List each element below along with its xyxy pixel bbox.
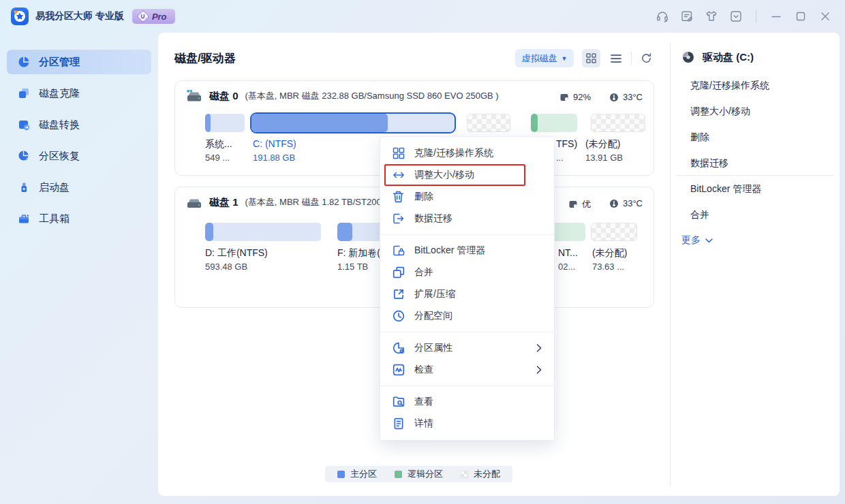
partition-label: TFS) bbox=[556, 138, 577, 149]
partition-bar-system[interactable] bbox=[205, 114, 245, 132]
disk0-temp-badge: 33°C bbox=[609, 92, 643, 102]
legend-label: 主分区 bbox=[350, 468, 377, 480]
close-button[interactable] bbox=[818, 9, 833, 24]
theme-shirt-icon[interactable] bbox=[704, 9, 719, 24]
partition-recover-icon bbox=[18, 150, 30, 162]
menu-item-details[interactable]: 详情 bbox=[380, 413, 554, 435]
partition-bar-c[interactable] bbox=[251, 114, 455, 132]
panel-item-label: 删除 bbox=[690, 131, 709, 144]
menu-item-bitlocker[interactable]: BitLocker 管理器 bbox=[380, 240, 554, 262]
partition-bar-unallocated[interactable] bbox=[591, 223, 637, 241]
sidebar-item-disk-clone[interactable]: 磁盘克隆 bbox=[7, 81, 151, 106]
menu-separator bbox=[380, 332, 554, 332]
drive-c-icon bbox=[681, 50, 695, 64]
data-migrate-icon bbox=[393, 212, 405, 225]
menu-item-label: 删除 bbox=[414, 191, 433, 203]
panel-item-resize-move[interactable]: 调整大小/移动 bbox=[681, 104, 750, 120]
extend-shrink-icon bbox=[393, 288, 405, 300]
titlebar-actions bbox=[655, 9, 845, 24]
ssd-health-icon bbox=[559, 93, 569, 102]
legend-label: 未分配 bbox=[474, 468, 500, 480]
sidebar-item-toolbox[interactable]: 工具箱 bbox=[7, 206, 151, 231]
sidebar-item-partition-recover[interactable]: 分区恢复 bbox=[7, 144, 151, 168]
sidebar-item-label: 分区恢复 bbox=[39, 150, 80, 163]
app-window: { "titlebar": { "app_title": "易我分区大师 专业版… bbox=[0, 0, 845, 504]
panel-item-label: 合并 bbox=[690, 209, 709, 221]
virtual-disk-dropdown-label: 虚拟磁盘 bbox=[522, 52, 557, 65]
sidebar-item-partition-manage[interactable]: 分区管理 bbox=[7, 50, 151, 74]
view-icon bbox=[393, 396, 405, 408]
panel-separator bbox=[676, 175, 834, 176]
right-panel-title: 驱动盘 (C:) bbox=[681, 50, 754, 64]
temperature-icon bbox=[609, 93, 619, 102]
bitlocker-icon bbox=[393, 245, 405, 257]
menu-item-merge[interactable]: 合并 bbox=[380, 262, 554, 283]
right-panel-divider bbox=[670, 42, 671, 486]
page-title: 磁盘/驱动器 bbox=[174, 50, 236, 66]
panel-item-merge[interactable]: 合并 bbox=[681, 207, 709, 223]
disk-drive-icon bbox=[186, 195, 202, 209]
partition-label: NT... bbox=[558, 247, 578, 258]
partition-bar-unallocated-2[interactable] bbox=[591, 114, 645, 132]
disk-info: (基本盘, MBR 磁盘 1.82 TB/ST2000D bbox=[245, 196, 393, 208]
minimize-button[interactable] bbox=[769, 9, 784, 24]
more-menu-icon[interactable] bbox=[728, 9, 743, 24]
legend-label: 逻辑分区 bbox=[408, 468, 443, 480]
panel-item-bitlocker[interactable]: BitLocker 管理器 bbox=[681, 181, 761, 198]
maximize-button[interactable] bbox=[793, 9, 808, 24]
more-link[interactable]: 更多 bbox=[681, 234, 713, 247]
allocate-space-icon bbox=[393, 310, 405, 322]
menu-item-label: BitLocker 管理器 bbox=[414, 245, 485, 257]
ssd-health-icon bbox=[568, 200, 578, 209]
sidebar-item-boot-disk[interactable]: 启动盘 bbox=[7, 175, 151, 200]
disk1-temp-badge: 33°C bbox=[609, 198, 643, 208]
refresh-icon[interactable] bbox=[637, 49, 656, 67]
legend-primary: 主分区 bbox=[337, 468, 377, 480]
menu-item-allocate-space[interactable]: 分配空间 bbox=[380, 305, 554, 327]
partition-bar-unallocated-1[interactable] bbox=[467, 114, 510, 132]
logical-color-swatch bbox=[395, 471, 402, 478]
virtual-disk-dropdown[interactable]: 虚拟磁盘 ▼ bbox=[515, 49, 574, 67]
chevron-down-icon: ▼ bbox=[562, 55, 568, 62]
sidebar-item-label: 工具箱 bbox=[39, 212, 70, 225]
app-title: 易我分区大师 专业版 bbox=[35, 10, 124, 22]
disk0-temp-value: 33°C bbox=[623, 92, 643, 102]
menu-item-clone-os[interactable]: 克隆/迁移操作系统 bbox=[380, 142, 554, 164]
support-headset-icon[interactable] bbox=[655, 9, 670, 24]
menu-item-label: 调整大小/移动 bbox=[414, 169, 474, 181]
sidebar-item-disk-convert[interactable]: 磁盘转换 bbox=[7, 112, 151, 137]
menu-item-delete[interactable]: 删除 bbox=[380, 186, 554, 208]
sidebar-item-label: 磁盘克隆 bbox=[39, 87, 80, 100]
menu-item-label: 查看 bbox=[414, 396, 433, 408]
panel-item-delete[interactable]: 删除 bbox=[681, 129, 709, 146]
resize-move-icon bbox=[393, 169, 405, 181]
app-logo-icon bbox=[11, 7, 29, 25]
partition-size: 593.48 GB bbox=[205, 262, 247, 272]
grid-view-button[interactable] bbox=[582, 49, 600, 67]
menu-item-data-migrate[interactable]: 数据迁移 bbox=[380, 208, 554, 230]
menu-item-label: 检查 bbox=[414, 364, 433, 376]
menu-item-partition-properties[interactable]: 分区属性 bbox=[380, 337, 554, 359]
panel-item-label: 克隆/迁移操作系统 bbox=[690, 80, 769, 92]
more-link-label: 更多 bbox=[681, 234, 701, 247]
menu-item-label: 克隆/迁移操作系统 bbox=[414, 147, 493, 159]
partition-size: 1.15 TB bbox=[337, 262, 368, 272]
partition-bar-logical[interactable] bbox=[531, 114, 577, 132]
menu-item-view[interactable]: 查看 bbox=[380, 391, 554, 413]
unallocated-color-swatch bbox=[461, 471, 468, 478]
merge-icon bbox=[393, 266, 405, 279]
panel-item-data-migrate[interactable]: 数据迁移 bbox=[681, 155, 728, 172]
menu-item-extend-shrink[interactable]: 扩展/压缩 bbox=[380, 283, 554, 305]
menu-item-check[interactable]: 检查 bbox=[380, 359, 554, 381]
menu-item-label: 扩展/压缩 bbox=[414, 288, 455, 300]
menu-item-resize-move[interactable]: 调整大小/移动 bbox=[380, 164, 554, 186]
feedback-note-icon[interactable] bbox=[679, 9, 694, 24]
panel-item-clone-os[interactable]: 克隆/迁移操作系统 bbox=[681, 78, 769, 94]
disk1-health-value: 优 bbox=[582, 198, 591, 210]
boot-disk-icon bbox=[18, 181, 30, 193]
primary-color-swatch bbox=[337, 471, 345, 478]
sidebar: 分区管理 磁盘克隆 磁盘转换 分区恢复 启动盘 工具箱 bbox=[0, 33, 158, 504]
partition-bar-d[interactable] bbox=[205, 223, 321, 241]
list-view-button[interactable] bbox=[606, 49, 625, 67]
sidebar-item-label: 分区管理 bbox=[39, 56, 80, 69]
